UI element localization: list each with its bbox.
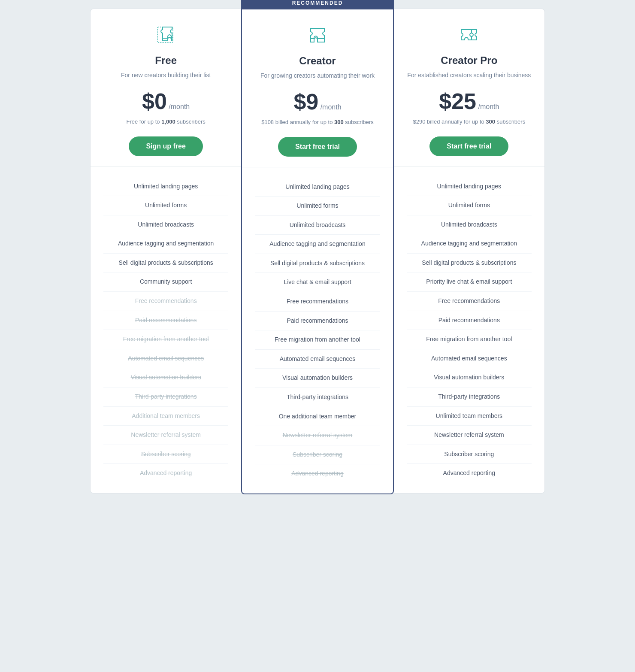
feature-forms: Unlimited forms	[103, 196, 228, 215]
price-subtitle-free: Free for up to 1,000 subscribers	[103, 118, 228, 126]
feature-scoring: Subscriber scoring	[103, 445, 228, 464]
feature-forms-p: Unlimited forms	[407, 196, 532, 215]
card-header-free: Free For new creators building their lis…	[91, 9, 241, 167]
plan-icon-free	[103, 22, 228, 48]
feature-migration-c: Free migration from another tool	[255, 330, 380, 350]
recommended-banner: RECOMMENDED	[242, 0, 393, 9]
feature-free-recommendations: Free recommendations	[103, 292, 228, 311]
feature-broadcasts: Unlimited broadcasts	[103, 215, 228, 235]
price-area-creator-pro: $25 /month	[407, 88, 532, 114]
feature-automation-p: Visual automation builders	[407, 368, 532, 387]
feature-sequences-p: Automated email sequences	[407, 349, 532, 369]
features-list-creator-pro: Unlimited landing pages Unlimited forms …	[394, 167, 544, 493]
card-header-creator-pro: Creator Pro For established creators sca…	[394, 9, 544, 167]
feature-community-support: Community support	[103, 272, 228, 292]
feature-reporting-p: Advanced reporting	[407, 464, 532, 483]
price-amount-creator-pro: $25	[439, 89, 476, 114]
feature-free-rec-p: Free recommendations	[407, 292, 532, 311]
feature-free-rec-c: Free recommendations	[255, 292, 380, 312]
plan-name-creator-pro: Creator Pro	[407, 54, 532, 67]
feature-team-p: Unlimited team members	[407, 407, 532, 426]
feature-sell-c: Sell digital products & subscriptions	[255, 254, 380, 273]
features-list-free: Unlimited landing pages Unlimited forms …	[91, 167, 241, 493]
feature-landing-pages-p: Unlimited landing pages	[407, 177, 532, 197]
feature-referral-c: Newsletter referral system	[255, 426, 380, 445]
price-amount-free: $0	[142, 89, 167, 114]
price-subtitle-creator-pro: $290 billed annually for up to 300 subsc…	[407, 118, 532, 126]
feature-integrations-c: Third-party integrations	[255, 388, 380, 407]
plan-card-creator-pro: Creator Pro For established creators sca…	[394, 9, 545, 493]
feature-integrations-p: Third-party integrations	[407, 387, 532, 407]
plan-description-creator-pro: For established creators scaling their b…	[407, 71, 532, 80]
feature-forms-c: Unlimited forms	[255, 197, 380, 216]
card-header-creator: Creator For growing creators automating …	[242, 9, 393, 167]
start-trial-creator-button[interactable]: Start free trial	[278, 137, 357, 157]
feature-scoring-c: Subscriber scoring	[255, 445, 380, 465]
feature-tagging-c: Audience tagging and segmentation	[255, 235, 380, 254]
feature-team: Additional team members	[103, 407, 228, 426]
feature-tagging-p: Audience tagging and segmentation	[407, 234, 532, 254]
pricing-table: Free For new creators building their lis…	[90, 9, 545, 494]
feature-integrations: Third-party integrations	[103, 387, 228, 407]
start-trial-pro-button[interactable]: Start free trial	[429, 136, 508, 156]
feature-automation-c: Visual automation builders	[255, 369, 380, 388]
feature-broadcasts-p: Unlimited broadcasts	[407, 215, 532, 235]
feature-paid-rec-p: Paid recommendations	[407, 311, 532, 330]
feature-live-chat-c: Live chat & email support	[255, 273, 380, 292]
plan-name-free: Free	[103, 54, 228, 67]
feature-reporting: Advanced reporting	[103, 464, 228, 483]
feature-sell: Sell digital products & subscriptions	[103, 254, 228, 273]
plan-description-free: For new creators building their list	[103, 71, 228, 80]
feature-automation: Visual automation builders	[103, 368, 228, 387]
feature-sequences: Automated email sequences	[103, 349, 228, 369]
plan-card-creator: RECOMMENDED Creator For growing creators…	[241, 0, 393, 494]
price-area-free: $0 /month	[103, 88, 228, 114]
plan-icon-creator-pro	[407, 22, 532, 48]
feature-broadcasts-c: Unlimited broadcasts	[255, 216, 380, 235]
feature-sell-p: Sell digital products & subscriptions	[407, 254, 532, 273]
feature-landing-pages: Unlimited landing pages	[103, 177, 228, 197]
feature-migration-p: Free migration from another tool	[407, 330, 532, 349]
feature-priority-support-p: Priority live chat & email support	[407, 272, 532, 292]
plan-icon-creator	[255, 22, 380, 48]
signup-free-button[interactable]: Sign up free	[129, 136, 203, 156]
feature-tagging: Audience tagging and segmentation	[103, 234, 228, 254]
price-area-creator: $9 /month	[255, 89, 380, 115]
feature-sequences-c: Automated email sequences	[255, 350, 380, 369]
price-subtitle-creator: $108 billed annually for up to 300 subsc…	[255, 118, 380, 127]
feature-team-c: One additional team member	[255, 407, 380, 427]
feature-paid-recommendations: Paid recommendations	[103, 311, 228, 330]
price-per-creator: /month	[321, 103, 342, 111]
features-list-creator: Unlimited landing pages Unlimited forms …	[242, 167, 393, 494]
feature-scoring-p: Subscriber scoring	[407, 445, 532, 464]
price-per-free: /month	[169, 103, 190, 110]
plan-card-free: Free For new creators building their lis…	[90, 9, 241, 493]
feature-referral-p: Newsletter referral system	[407, 426, 532, 445]
feature-landing-pages-c: Unlimited landing pages	[255, 178, 380, 197]
feature-referral: Newsletter referral system	[103, 426, 228, 445]
plan-name-creator: Creator	[255, 55, 380, 67]
price-per-creator-pro: /month	[478, 103, 499, 110]
feature-reporting-c: Advanced reporting	[255, 464, 380, 483]
plan-description-creator: For growing creators automating their wo…	[255, 71, 380, 80]
price-amount-creator: $9	[293, 89, 318, 114]
feature-migration: Free migration from another tool	[103, 330, 228, 349]
feature-paid-rec-c: Paid recommendations	[255, 312, 380, 331]
